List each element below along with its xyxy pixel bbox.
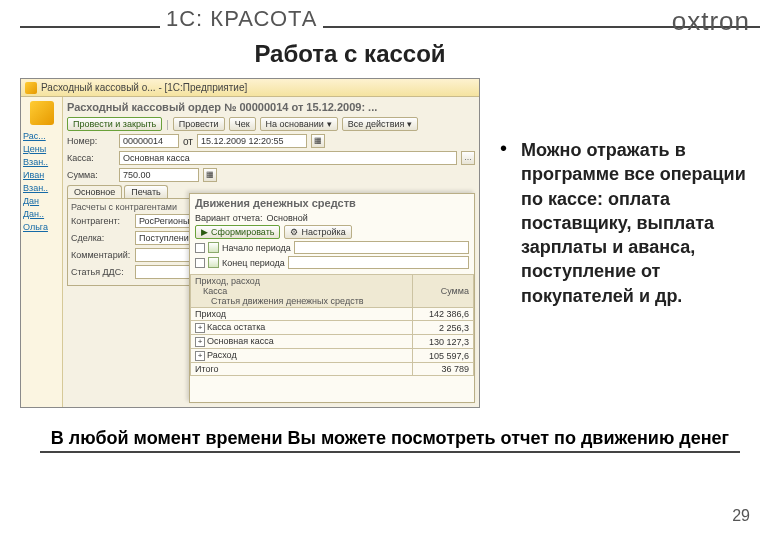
main-title: 1С: КРАСОТА [160,6,323,32]
sidebar-item[interactable]: Взан.. [23,183,60,193]
number-label: Номер: [67,136,115,146]
sidebar-item[interactable]: Взан.. [23,157,60,167]
date-picker-icon[interactable]: ▦ [311,134,325,148]
checkbox[interactable] [195,243,205,253]
expand-icon[interactable]: + [195,323,205,333]
app-window: Расходный кассовый о... - [1С:Предприяти… [20,78,480,408]
contr-label: Контрагент: [71,216,131,226]
cost-label: Статья ДДС: [71,267,131,277]
table-row[interactable]: Приход142 386,6 [191,308,474,321]
page-number: 29 [732,507,750,525]
variant-label: Вариант отчета: [195,213,263,223]
col-header: Приход, расход Касса Статья движения ден… [191,275,413,308]
calendar-icon[interactable] [208,257,219,268]
sum-input[interactable]: 750.00 [119,168,199,182]
variant-value: Основной [267,213,308,223]
app-icon [25,82,37,94]
report-table: Приход, расход Касса Статья движения ден… [190,274,474,376]
filter-begin-label: Начало периода [222,243,291,253]
bullet-icon: • [500,138,507,408]
based-on-button[interactable]: На основании ▾ [260,117,338,131]
kassa-label: Касса: [67,153,115,163]
kassa-input[interactable]: Основная касса [119,151,457,165]
comm-label: Комментарий: [71,250,131,260]
document-title: Расходный кассовый ордер № 00000014 от 1… [67,101,475,113]
table-row[interactable]: Итого36 789 [191,363,474,376]
sidebar-item[interactable]: Дан.. [23,209,60,219]
filter-end-input[interactable] [288,256,469,269]
sidebar-logo-icon [30,101,54,125]
logo: oxtron [672,6,750,37]
calc-icon[interactable]: ▦ [203,168,217,182]
table-row[interactable]: +Расход105 597,6 [191,349,474,363]
sidebar-item[interactable]: Рас... [23,131,60,141]
bottom-caption: В любой момент времени Вы можете посмотр… [40,428,740,453]
checkbox[interactable] [195,258,205,268]
calendar-icon[interactable] [208,242,219,253]
page-subtitle: Работа с кассой [0,40,780,68]
deal-label: Сделка: [71,233,131,243]
filter-end-label: Конец периода [222,258,285,268]
check-button[interactable]: Чек [229,117,256,131]
tab-main[interactable]: Основное [67,185,122,198]
filter-begin-input[interactable] [294,241,469,254]
sum-label: Сумма: [67,170,115,180]
post-close-button[interactable]: Провести и закрыть [67,117,162,131]
number-input[interactable]: 00000014 [119,134,179,148]
expand-icon[interactable]: + [195,351,205,361]
sidebar: Рас... Цены Взан.. Иван Взан.. Дан Дан..… [21,97,63,407]
table-row[interactable]: +Касса остатка2 256,3 [191,321,474,335]
report-window: Движения денежных средств Вариант отчета… [189,193,475,403]
table-row[interactable]: +Основная касса130 127,3 [191,335,474,349]
bullet-text: Можно отражать в программе все операции … [521,138,760,408]
sidebar-item[interactable]: Цены [23,144,60,154]
toolbar: Провести и закрыть | Провести Чек На осн… [67,117,475,131]
report-title: Движения денежных средств [190,194,474,212]
expand-icon[interactable]: + [195,337,205,347]
col-header-sum: Сумма [412,275,473,308]
window-titlebar: Расходный кассовый о... - [1С:Предприяти… [21,79,479,97]
date-input[interactable]: 15.12.2009 12:20:55 [197,134,307,148]
sidebar-item[interactable]: Дан [23,196,60,206]
tab-print[interactable]: Печать [124,185,167,198]
sidebar-item[interactable]: Иван [23,170,60,180]
settings-button[interactable]: ⚙ Настройка [284,225,351,239]
lookup-button[interactable]: … [461,151,475,165]
form-button[interactable]: ▶ Сформировать [195,225,280,239]
post-button[interactable]: Провести [173,117,225,131]
window-title: Расходный кассовый о... - [1С:Предприяти… [41,82,247,93]
sidebar-item[interactable]: Ольга [23,222,60,232]
all-actions-button[interactable]: Все действия ▾ [342,117,419,131]
